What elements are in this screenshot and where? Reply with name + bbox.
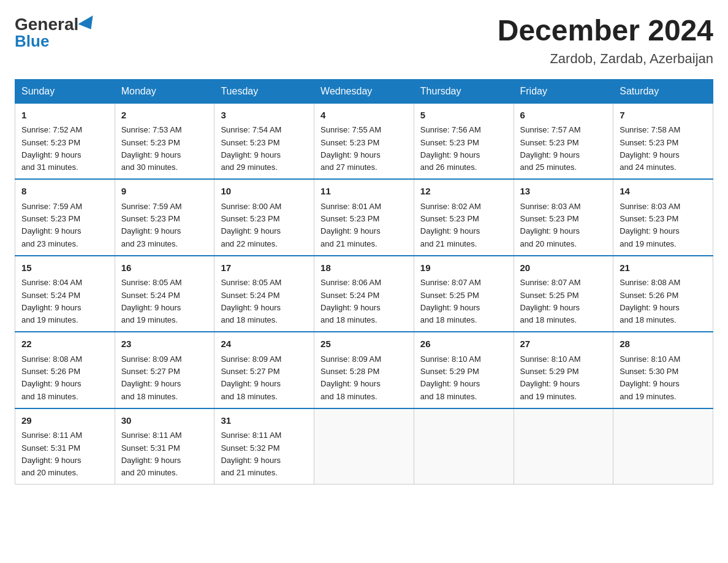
day-info: Sunrise: 8:08 AMSunset: 5:26 PMDaylight:… <box>21 354 82 401</box>
day-number: 16 <box>121 261 208 275</box>
calendar-cell <box>314 408 414 484</box>
day-number: 2 <box>121 109 208 123</box>
day-info: Sunrise: 8:10 AMSunset: 5:30 PMDaylight:… <box>620 354 680 401</box>
day-number: 7 <box>620 109 707 123</box>
column-header-tuesday: Tuesday <box>214 79 314 103</box>
day-number: 18 <box>320 261 408 275</box>
calendar-cell: 31 Sunrise: 8:11 AMSunset: 5:32 PMDaylig… <box>214 408 314 484</box>
calendar-cell: 8 Sunrise: 7:59 AMSunset: 5:23 PMDayligh… <box>15 179 115 256</box>
day-info: Sunrise: 8:08 AMSunset: 5:26 PMDaylight:… <box>620 278 680 324</box>
day-info: Sunrise: 8:05 AMSunset: 5:24 PMDaylight:… <box>221 278 281 324</box>
day-number: 8 <box>21 185 108 199</box>
calendar-cell: 2 Sunrise: 7:53 AMSunset: 5:23 PMDayligh… <box>115 103 214 179</box>
page-header: General Blue December 2024 Zardob, Zarda… <box>15 15 713 67</box>
day-number: 15 <box>21 261 108 275</box>
column-header-friday: Friday <box>514 79 613 103</box>
calendar-week-1: 1 Sunrise: 7:52 AMSunset: 5:23 PMDayligh… <box>15 103 713 179</box>
calendar-cell: 30 Sunrise: 8:11 AMSunset: 5:31 PMDaylig… <box>115 408 214 484</box>
day-number: 20 <box>520 261 607 275</box>
calendar-cell: 7 Sunrise: 7:58 AMSunset: 5:23 PMDayligh… <box>613 103 713 179</box>
calendar-cell: 16 Sunrise: 8:05 AMSunset: 5:24 PMDaylig… <box>115 256 214 332</box>
day-info: Sunrise: 8:02 AMSunset: 5:23 PMDaylight:… <box>420 202 481 248</box>
calendar-cell: 10 Sunrise: 8:00 AMSunset: 5:23 PMDaylig… <box>214 179 314 256</box>
day-number: 14 <box>620 185 707 199</box>
day-info: Sunrise: 8:09 AMSunset: 5:27 PMDaylight:… <box>121 354 182 401</box>
logo: General Blue <box>15 15 98 51</box>
calendar-cell <box>613 408 713 484</box>
day-info: Sunrise: 8:06 AMSunset: 5:24 PMDaylight:… <box>320 278 381 324</box>
day-info: Sunrise: 7:59 AMSunset: 5:23 PMDaylight:… <box>121 202 182 248</box>
day-number: 17 <box>221 261 308 275</box>
day-info: Sunrise: 7:52 AMSunset: 5:23 PMDaylight:… <box>21 125 82 172</box>
calendar-cell: 1 Sunrise: 7:52 AMSunset: 5:23 PMDayligh… <box>15 103 115 179</box>
day-info: Sunrise: 8:03 AMSunset: 5:23 PMDaylight:… <box>620 202 680 248</box>
day-number: 22 <box>21 337 108 351</box>
day-info: Sunrise: 7:54 AMSunset: 5:23 PMDaylight:… <box>221 125 281 172</box>
calendar-cell: 20 Sunrise: 8:07 AMSunset: 5:25 PMDaylig… <box>514 256 613 332</box>
day-info: Sunrise: 8:03 AMSunset: 5:23 PMDaylight:… <box>520 202 581 248</box>
calendar-cell: 4 Sunrise: 7:55 AMSunset: 5:23 PMDayligh… <box>314 103 414 179</box>
day-number: 19 <box>420 261 507 275</box>
column-header-saturday: Saturday <box>613 79 713 103</box>
day-number: 10 <box>221 185 308 199</box>
day-info: Sunrise: 7:58 AMSunset: 5:23 PMDaylight:… <box>620 125 680 172</box>
day-info: Sunrise: 7:59 AMSunset: 5:23 PMDaylight:… <box>21 202 82 248</box>
column-header-sunday: Sunday <box>15 79 115 103</box>
calendar-cell: 26 Sunrise: 8:10 AMSunset: 5:29 PMDaylig… <box>414 332 514 408</box>
column-header-wednesday: Wednesday <box>314 79 414 103</box>
calendar-week-4: 22 Sunrise: 8:08 AMSunset: 5:26 PMDaylig… <box>15 332 713 408</box>
calendar-cell: 17 Sunrise: 8:05 AMSunset: 5:24 PMDaylig… <box>214 256 314 332</box>
calendar-header-row: SundayMondayTuesdayWednesdayThursdayFrid… <box>15 79 713 103</box>
day-number: 27 <box>520 337 607 351</box>
day-info: Sunrise: 8:11 AMSunset: 5:32 PMDaylight:… <box>221 431 281 477</box>
calendar-cell: 28 Sunrise: 8:10 AMSunset: 5:30 PMDaylig… <box>613 332 713 408</box>
calendar-cell: 9 Sunrise: 7:59 AMSunset: 5:23 PMDayligh… <box>115 179 214 256</box>
day-info: Sunrise: 8:04 AMSunset: 5:24 PMDaylight:… <box>21 278 82 324</box>
day-number: 12 <box>420 185 507 199</box>
calendar-week-2: 8 Sunrise: 7:59 AMSunset: 5:23 PMDayligh… <box>15 179 713 256</box>
title-area: December 2024 Zardob, Zardab, Azerbaijan <box>498 15 713 67</box>
day-number: 9 <box>121 185 208 199</box>
calendar-cell: 6 Sunrise: 7:57 AMSunset: 5:23 PMDayligh… <box>514 103 613 179</box>
calendar-cell: 3 Sunrise: 7:54 AMSunset: 5:23 PMDayligh… <box>214 103 314 179</box>
day-info: Sunrise: 8:11 AMSunset: 5:31 PMDaylight:… <box>21 431 82 477</box>
day-info: Sunrise: 7:53 AMSunset: 5:23 PMDaylight:… <box>121 125 182 172</box>
calendar-cell: 12 Sunrise: 8:02 AMSunset: 5:23 PMDaylig… <box>414 179 514 256</box>
calendar-cell: 13 Sunrise: 8:03 AMSunset: 5:23 PMDaylig… <box>514 179 613 256</box>
calendar-cell: 27 Sunrise: 8:10 AMSunset: 5:29 PMDaylig… <box>514 332 613 408</box>
day-number: 6 <box>520 109 607 123</box>
day-info: Sunrise: 8:10 AMSunset: 5:29 PMDaylight:… <box>520 354 581 401</box>
calendar-week-3: 15 Sunrise: 8:04 AMSunset: 5:24 PMDaylig… <box>15 256 713 332</box>
day-number: 21 <box>620 261 707 275</box>
calendar-cell: 22 Sunrise: 8:08 AMSunset: 5:26 PMDaylig… <box>15 332 115 408</box>
calendar-cell <box>514 408 613 484</box>
day-number: 28 <box>620 337 707 351</box>
calendar-table: SundayMondayTuesdayWednesdayThursdayFrid… <box>15 79 713 485</box>
day-number: 23 <box>121 337 208 351</box>
day-number: 13 <box>520 185 607 199</box>
calendar-cell: 5 Sunrise: 7:56 AMSunset: 5:23 PMDayligh… <box>414 103 514 179</box>
day-info: Sunrise: 8:07 AMSunset: 5:25 PMDaylight:… <box>420 278 481 324</box>
day-number: 25 <box>320 337 408 351</box>
calendar-cell: 14 Sunrise: 8:03 AMSunset: 5:23 PMDaylig… <box>613 179 713 256</box>
logo-arrow-icon <box>78 15 99 34</box>
calendar-cell: 18 Sunrise: 8:06 AMSunset: 5:24 PMDaylig… <box>314 256 414 332</box>
day-info: Sunrise: 8:00 AMSunset: 5:23 PMDaylight:… <box>221 202 281 248</box>
day-number: 26 <box>420 337 507 351</box>
day-info: Sunrise: 7:57 AMSunset: 5:23 PMDaylight:… <box>520 125 581 172</box>
day-number: 1 <box>21 109 108 123</box>
calendar-cell: 29 Sunrise: 8:11 AMSunset: 5:31 PMDaylig… <box>15 408 115 484</box>
day-info: Sunrise: 7:56 AMSunset: 5:23 PMDaylight:… <box>420 125 481 172</box>
calendar-cell <box>414 408 514 484</box>
day-number: 29 <box>21 414 108 428</box>
logo-blue-text: Blue <box>15 32 49 51</box>
day-info: Sunrise: 8:09 AMSunset: 5:28 PMDaylight:… <box>320 354 381 401</box>
day-info: Sunrise: 8:11 AMSunset: 5:31 PMDaylight:… <box>121 431 182 477</box>
column-header-monday: Monday <box>115 79 214 103</box>
day-info: Sunrise: 7:55 AMSunset: 5:23 PMDaylight:… <box>320 125 381 172</box>
calendar-cell: 15 Sunrise: 8:04 AMSunset: 5:24 PMDaylig… <box>15 256 115 332</box>
day-info: Sunrise: 8:09 AMSunset: 5:27 PMDaylight:… <box>221 354 281 401</box>
day-info: Sunrise: 8:01 AMSunset: 5:23 PMDaylight:… <box>320 202 381 248</box>
day-number: 31 <box>221 414 308 428</box>
day-info: Sunrise: 8:07 AMSunset: 5:25 PMDaylight:… <box>520 278 581 324</box>
